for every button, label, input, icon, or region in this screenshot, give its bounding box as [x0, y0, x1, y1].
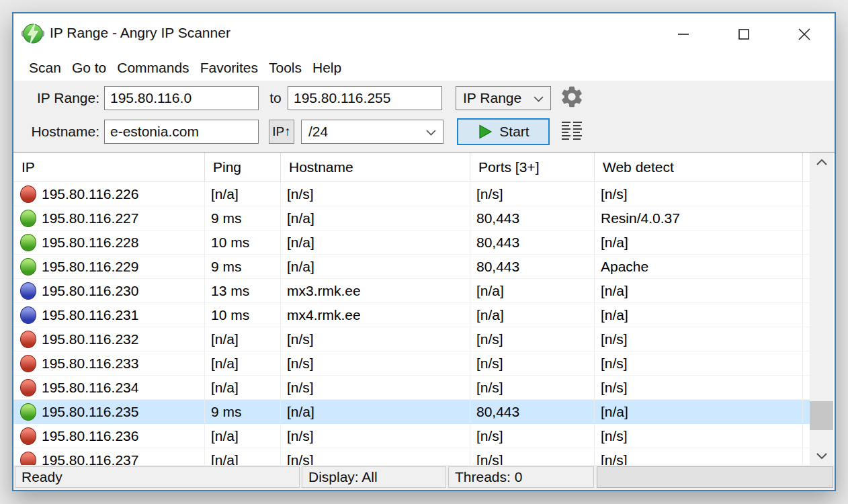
cell-hostname: [n/a]: [281, 230, 470, 254]
netmask-selected-value: /24: [308, 124, 328, 140]
cell-ping: [n/a]: [205, 424, 281, 448]
cell-ip: 195.80.116.234: [42, 380, 138, 396]
cell-ip: 195.80.116.232: [42, 331, 138, 347]
table-row[interactable]: 195.80.116.233 [n/a] [n/s] [n/s] [n/s]: [13, 351, 810, 376]
cell-webdetect: [n/s]: [595, 376, 803, 399]
app-window: IP Range - Angry IP Scanner Scan Go to C…: [12, 12, 836, 491]
cell-ping: [n/a]: [205, 327, 281, 351]
vertical-scrollbar[interactable]: [810, 153, 833, 465]
cell-ports: [n/s]: [470, 424, 595, 448]
cell-ports: [n/s]: [470, 351, 595, 375]
minimize-icon: [677, 28, 690, 41]
cell-ping: 9 ms: [205, 206, 281, 230]
column-header-ip[interactable]: IP: [13, 153, 205, 181]
column-header-ping[interactable]: Ping: [205, 153, 281, 181]
cell-ports: [n/s]: [470, 327, 595, 351]
cell-ping: 9 ms: [205, 255, 281, 278]
column-header-hostname[interactable]: Hostname: [281, 153, 470, 181]
cell-webdetect: [n/s]: [595, 448, 803, 465]
column-header-ports[interactable]: Ports [3+]: [470, 153, 595, 181]
menu-item-help[interactable]: Help: [307, 55, 347, 81]
ip-range-label: IP Range:: [19, 86, 99, 110]
gear-icon: [559, 84, 585, 110]
start-button[interactable]: Start: [457, 118, 550, 145]
table-header: IP Ping Hostname Ports [3+] Web detect: [13, 153, 810, 182]
hostname-label: Hostname:: [19, 120, 99, 144]
progress-bar: [597, 466, 833, 488]
table-row[interactable]: 195.80.116.227 9 ms [n/a] 80,443 Resin/4…: [13, 206, 810, 230]
start-button-label: Start: [499, 124, 529, 140]
scroll-up-button[interactable]: [810, 153, 833, 171]
table-row[interactable]: 195.80.116.226 [n/a] [n/s] [n/s] [n/s]: [13, 182, 810, 206]
cell-ip: 195.80.116.231: [42, 307, 138, 323]
cell-webdetect: [n/a]: [595, 303, 803, 327]
table-row[interactable]: 195.80.116.236 [n/a] [n/s] [n/s] [n/s]: [13, 424, 810, 448]
table-row[interactable]: 195.80.116.234 [n/a] [n/s] [n/s] [n/s]: [13, 376, 810, 400]
table-row[interactable]: 195.80.116.231 10 ms mx4.rmk.ee [n/a] [n…: [13, 303, 810, 327]
close-button[interactable]: [774, 13, 835, 55]
cell-hostname: mx3.rmk.ee: [281, 279, 470, 302]
cell-hostname: [n/s]: [281, 424, 470, 448]
results-table: IP Ping Hostname Ports [3+] Web detect 1…: [13, 153, 835, 465]
hostname-input[interactable]: [104, 120, 259, 144]
cell-ip: 195.80.116.236: [42, 428, 138, 444]
cell-ports: 80,443: [470, 230, 595, 254]
cell-ping: 13 ms: [205, 279, 281, 302]
feeder-select[interactable]: IP Range: [456, 86, 551, 110]
menu-item-tools[interactable]: Tools: [263, 55, 307, 81]
ip-up-button[interactable]: IP↑: [269, 120, 294, 144]
maximize-button[interactable]: [714, 13, 774, 55]
minimize-button[interactable]: [653, 13, 714, 55]
status-dot: [20, 210, 36, 227]
cell-ip: 195.80.116.226: [42, 186, 138, 202]
status-dot: [20, 282, 36, 300]
chevron-up-icon: [816, 159, 827, 165]
cell-ping: 9 ms: [205, 400, 281, 423]
cell-ip: 195.80.116.228: [42, 235, 138, 251]
menu-item-scan[interactable]: Scan: [24, 55, 67, 81]
cell-webdetect: [n/s]: [595, 327, 803, 351]
table-row[interactable]: 195.80.116.235 9 ms [n/a] 80,443 [n/a]: [13, 400, 810, 424]
preferences-button[interactable]: [558, 83, 586, 112]
cell-ping: 10 ms: [205, 230, 281, 254]
toolbar: IP Range: to IP Range Hostname: IP↑ /24 …: [13, 81, 835, 153]
ip-from-input[interactable]: [104, 86, 259, 110]
table-row[interactable]: 195.80.116.230 13 ms mx3.rmk.ee [n/a] [n…: [13, 279, 810, 303]
cell-hostname: [n/s]: [281, 376, 470, 399]
menu-item-favorites[interactable]: Favorites: [195, 55, 263, 81]
column-header-webdetect[interactable]: Web detect: [595, 153, 803, 181]
cell-ports: 80,443: [470, 255, 595, 278]
netmask-select[interactable]: /24: [301, 120, 443, 144]
to-label: to: [261, 86, 290, 110]
status-dot: [20, 355, 36, 372]
status-dot: [20, 427, 36, 445]
cell-ip: 195.80.116.229: [42, 259, 138, 275]
cell-webdetect: Resin/4.0.37: [595, 206, 803, 230]
table-row[interactable]: 195.80.116.232 [n/a] [n/s] [n/s] [n/s]: [13, 327, 810, 351]
table-row[interactable]: 195.80.116.229 9 ms [n/a] 80,443 Apache: [13, 255, 810, 279]
cell-webdetect: [n/a]: [595, 230, 803, 254]
table-row[interactable]: 195.80.116.228 10 ms [n/a] 80,443 [n/a]: [13, 230, 810, 255]
titlebar: IP Range - Angry IP Scanner: [13, 13, 835, 55]
cell-ip: 195.80.116.227: [42, 210, 138, 226]
window-title: IP Range - Angry IP Scanner: [50, 25, 230, 41]
cell-ports: [n/s]: [470, 182, 595, 206]
menu-item-goto[interactable]: Go to: [67, 55, 112, 81]
scroll-down-button[interactable]: [810, 446, 833, 465]
cell-ping: [n/a]: [205, 182, 281, 206]
menu-item-commands[interactable]: Commands: [112, 55, 194, 81]
cell-ports: 80,443: [470, 400, 595, 423]
status-display-filter: Display: All: [302, 466, 446, 488]
cell-ping: [n/a]: [205, 448, 281, 465]
cell-webdetect: [n/s]: [595, 424, 803, 448]
table-row[interactable]: 195.80.116.237 [n/a] [n/s] [n/s] [n/s]: [13, 448, 810, 465]
app-logo-icon: [22, 22, 44, 45]
fetchers-button[interactable]: [559, 120, 585, 142]
cell-hostname: [n/s]: [281, 182, 470, 206]
scrollbar-thumb[interactable]: [810, 401, 833, 430]
cell-ports: 80,443: [470, 206, 595, 230]
window-controls: [653, 13, 835, 55]
cell-hostname: [n/s]: [281, 448, 470, 465]
status-dot: [20, 306, 36, 324]
ip-to-input[interactable]: [288, 86, 442, 110]
